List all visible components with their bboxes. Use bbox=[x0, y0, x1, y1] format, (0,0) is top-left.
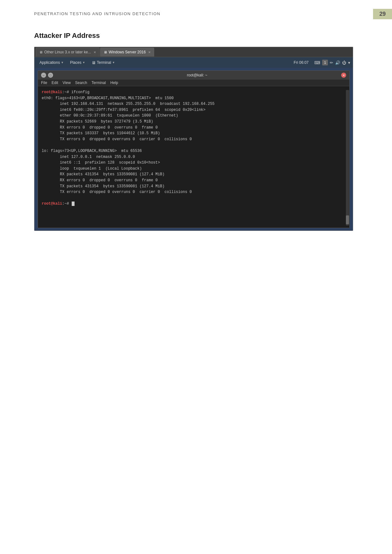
terminal-minimize-button[interactable]: – bbox=[41, 73, 46, 78]
terminal-output-6: RX errors 0 dropped 0 overruns 0 frame 0 bbox=[42, 125, 158, 130]
places-arrow-icon: ▼ bbox=[82, 61, 85, 64]
terminal-output-8: TX errors 0 dropped 0 overruns 0 carrier… bbox=[42, 137, 192, 142]
terminal-output-9: lo: flags=73<UP,LOOPBACK,RUNNING> mtu 65… bbox=[42, 149, 142, 153]
applications-menu[interactable]: Applications ▼ bbox=[37, 60, 66, 65]
terminal-output-11: inet6 ::1 prefixlen 128 scopeid 0x10<hos… bbox=[42, 160, 160, 165]
terminal-cmd-1: ifconfig bbox=[71, 90, 90, 94]
terminal-menu-terminal[interactable]: Terminal bbox=[92, 81, 106, 85]
terminal-output-16: TX errors 0 dropped 0 overruns 0 carrier… bbox=[42, 190, 192, 194]
terminal-title: root@kali: ~ bbox=[53, 73, 341, 77]
terminal-maximize-button[interactable]: □ bbox=[48, 73, 53, 78]
tab-windows-close[interactable]: ✕ bbox=[148, 51, 151, 54]
terminal-menu-edit[interactable]: Edit bbox=[51, 81, 58, 85]
keyboard-icon: ⌨ bbox=[314, 60, 320, 65]
terminal-menu-view[interactable]: View bbox=[63, 81, 71, 85]
terminal-output-1: eth0: flags=4163<UP,BROADCAST,RUNNING,MU… bbox=[42, 96, 174, 100]
terminal-arrow-icon: ▼ bbox=[112, 61, 115, 64]
page-title: PENETRATION TESTING AND INTRUSION DETECT… bbox=[34, 11, 160, 16]
terminal-output-2: inet 192.168.64.131 netmask 255.255.255.… bbox=[42, 102, 214, 106]
terminal-output-13: RX packets 431354 bytes 133590081 (127.4… bbox=[42, 172, 165, 177]
terminal-outer: – □ root@kali: ~ ✕ File Edit View Search… bbox=[34, 70, 353, 228]
terminal-controls: – □ bbox=[41, 73, 53, 78]
tab-linux-close[interactable]: ✕ bbox=[93, 51, 96, 54]
tab-bar: 🖥 Other Linux 3.x or later ke... ✕ 🖥 Win… bbox=[34, 47, 353, 57]
vm-window: 🖥 Other Linux 3.x or later ke... ✕ 🖥 Win… bbox=[34, 47, 353, 231]
terminal-cmd-suffix-2: :~# bbox=[62, 202, 71, 206]
terminal-label: Terminal bbox=[97, 60, 111, 65]
tab-windows[interactable]: 🖥 Windows Server 2016 ✕ bbox=[100, 48, 154, 57]
terminal-scrollbar-track[interactable] bbox=[346, 90, 349, 226]
terminal-output-10: inet 127.0.0.1 netmask 255.0.0.0 bbox=[42, 155, 135, 159]
terminal-output-5: RX packets 52669 bytes 3727479 (3.5 MiB) bbox=[42, 119, 153, 124]
chevron-down-icon[interactable]: ▾ bbox=[348, 60, 350, 65]
terminal-close-controls: ✕ bbox=[341, 73, 346, 78]
terminal-titlebar: – □ root@kali: ~ ✕ bbox=[38, 71, 349, 80]
terminal-prompt-2: root@kali bbox=[42, 202, 62, 206]
tab-linux[interactable]: 🖥 Other Linux 3.x or later ke... ✕ bbox=[36, 48, 100, 57]
linux-tab-icon: 🖥 bbox=[39, 50, 43, 54]
num-badge: 1 bbox=[322, 60, 328, 65]
speaker-icon: 🔊 bbox=[335, 60, 340, 65]
windows-tab-icon: 🖥 bbox=[104, 50, 107, 54]
terminal-menu[interactable]: 🖥 Terminal ▼ bbox=[89, 60, 118, 66]
section-heading: Attacker IP Address bbox=[34, 32, 100, 40]
terminal-menu-file[interactable]: File bbox=[41, 81, 47, 85]
terminal-output-12: loop txqueuelen 1 (Local Loopback) bbox=[42, 166, 142, 171]
taskbar-clock: Fri 06:07 bbox=[291, 60, 312, 65]
taskbar-right: ⌨ 1 ✏ 🔊 ⏻ ▾ bbox=[314, 60, 350, 65]
terminal-output-14: RX errors 0 dropped 0 overruns 0 frame 0 bbox=[42, 178, 158, 183]
terminal-close-button[interactable]: ✕ bbox=[341, 73, 346, 78]
applications-label: Applications bbox=[39, 60, 60, 65]
terminal-cursor bbox=[72, 202, 75, 206]
terminal-body[interactable]: root@kali:~# ifconfig eth0: flags=4163<U… bbox=[38, 86, 349, 228]
terminal-menu-help[interactable]: Help bbox=[110, 81, 118, 85]
tab-linux-label: Other Linux 3.x or later ke... bbox=[44, 50, 91, 54]
terminal-window: – □ root@kali: ~ ✕ File Edit View Search… bbox=[38, 70, 350, 228]
page-number: 29 bbox=[373, 9, 392, 19]
terminal-output-3: inet6 fe80::20c:29ff:fe37:8961 prefixlen… bbox=[42, 108, 205, 112]
terminal-menu-search[interactable]: Search bbox=[75, 81, 87, 85]
places-menu[interactable]: Places ▼ bbox=[68, 60, 88, 65]
places-label: Places bbox=[70, 60, 81, 65]
terminal-output-7: TX packets 183337 bytes 11044612 (10.5 M… bbox=[42, 131, 160, 135]
tab-windows-label: Windows Server 2016 bbox=[109, 50, 146, 54]
terminal-output-15: TX packets 431354 bytes 133590081 (127.4… bbox=[42, 184, 165, 189]
terminal-output-4: ether 00:0c:29:37:89:61 txqueuelen 1000 … bbox=[42, 113, 178, 118]
applications-arrow-icon: ▼ bbox=[61, 61, 64, 64]
terminal-icon: 🖥 bbox=[92, 60, 96, 65]
terminal-cmd-suffix-1: :~# bbox=[62, 90, 71, 94]
pencil-icon: ✏ bbox=[330, 60, 333, 65]
terminal-menubar: File Edit View Search Terminal Help bbox=[38, 80, 349, 86]
power-icon: ⏻ bbox=[342, 60, 346, 65]
kali-taskbar: Applications ▼ Places ▼ 🖥 Terminal ▼ Fri… bbox=[34, 57, 353, 68]
terminal-scrollbar-thumb[interactable] bbox=[346, 215, 349, 224]
terminal-prompt-1: root@kali bbox=[42, 90, 62, 94]
